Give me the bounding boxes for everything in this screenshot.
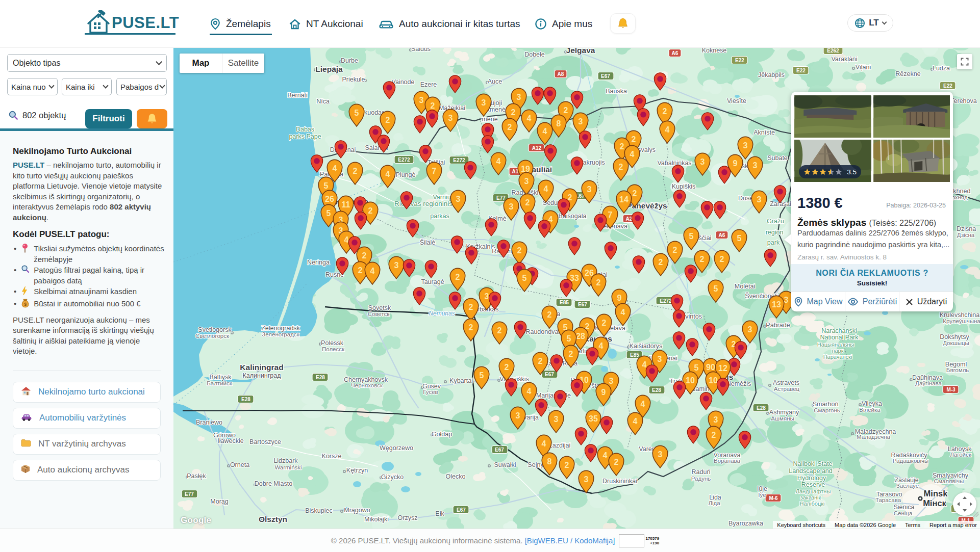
svg-text:2: 2 [538,357,543,365]
svg-text:Nīca: Nīca [316,98,330,105]
svg-text:E272: E272 [453,157,465,163]
svg-text:14: 14 [619,195,629,204]
svg-text:3: 3 [757,195,762,204]
svg-text:3: 3 [509,202,514,211]
svg-text:Радунь: Радунь [691,476,711,482]
svg-text:Kaišiadorys: Kaišiadorys [630,343,663,350]
svg-text:Лагойск: Лагойск [950,452,971,458]
svg-text:A6: A6 [719,232,725,238]
svg-text:Terehova: Terehova [950,97,976,104]
svg-text:Varakļāni: Varakļāni [831,56,857,63]
svg-text:E22: E22 [735,58,744,63]
svg-text:2: 2 [497,326,502,335]
svg-text:Bernāti: Bernāti [287,92,308,99]
svg-text:Giżycko: Giżycko [381,474,404,481]
svg-text:2: 2 [614,458,619,466]
svg-text:Molėtai: Molėtai [735,283,755,290]
svg-text:Смаргонь: Смаргонь [814,407,840,413]
svg-text:A12: A12 [532,145,542,151]
svg-text:Іўе: Іўе [758,492,766,498]
svg-text:Węgorzewo: Węgorzewo [380,444,413,452]
svg-text:E67: E67 [601,73,610,79]
svg-text:Durbe: Durbe [341,57,358,64]
svg-text:Plungė: Plungė [396,171,416,178]
svg-text:Krulevshchina: Krulevshchina [940,311,980,319]
svg-text:3: 3 [658,355,662,363]
svg-text:Korsze: Korsze [322,453,342,460]
svg-text:Ełk: Ełk [435,510,444,517]
svg-text:E28: E28 [241,397,250,402]
svg-text:Гусев: Гусев [423,389,438,395]
svg-text:3: 3 [658,450,663,459]
svg-text:3: 3 [485,292,489,301]
svg-text:3: 3 [554,415,559,424]
svg-text:5: 5 [522,274,527,282]
svg-text:Mrągowo: Mrągowo [344,507,370,514]
svg-text:4: 4 [599,341,604,350]
svg-text:3: 3 [448,114,453,122]
svg-text:Svetlogorsk: Svetlogorsk [198,326,232,333]
svg-text:Druskininkai: Druskininkai [602,478,637,485]
svg-text:2: 2 [386,116,390,124]
svg-text:2: 2 [712,431,716,439]
svg-text:8: 8 [557,119,561,128]
svg-text:A6: A6 [672,50,679,56]
svg-text:35: 35 [589,414,598,423]
svg-text:Светлогорск: Светлогорск [195,333,230,339]
svg-text:3: 3 [456,195,461,203]
svg-text:Маладзечна: Маладзечна [857,434,890,440]
svg-text:4: 4 [496,157,501,166]
svg-text:2: 2 [720,255,724,264]
svg-text:Morąg: Morąg [210,498,228,505]
svg-text:28: 28 [576,332,585,340]
svg-text:Kupiškis: Kupiškis [672,183,696,190]
svg-text:Minsk: Minsk [924,489,948,498]
svg-text:Orzysz: Orzysz [398,514,418,521]
svg-text:parks Pape: parks Pape [289,133,321,140]
svg-text:4: 4 [642,360,647,369]
svg-text:Докшыцы: Докшыцы [943,340,969,346]
svg-text:Dobre Miasto: Dobre Miasto [255,480,292,487]
svg-text:E67: E67 [457,507,466,513]
svg-text:Polessk: Polessk [321,339,344,347]
svg-text:90: 90 [706,363,715,372]
svg-text:Зеленоградск: Зеленоградск [262,331,299,337]
svg-text:E28: E28 [652,387,661,393]
svg-text:Jelgava: Jelgava [566,48,595,55]
svg-text:Ландшафтны: Ландшафтны [796,488,831,494]
svg-text:E262: E262 [827,48,839,54]
svg-text:Tauragė: Tauragė [421,278,444,285]
svg-text:4: 4 [333,164,337,173]
svg-text:E28: E28 [316,375,325,380]
svg-text:3: 3 [516,411,520,420]
svg-text:Baltiysk: Baltiysk [209,374,232,381]
svg-text:26: 26 [585,269,594,277]
svg-text:Iławeckie: Iławeckie [217,437,243,444]
svg-text:Ezere: Ezere [420,81,437,88]
svg-text:Воранава: Воранава [714,458,741,464]
svg-text:Vabalninkas: Vabalninkas [657,160,691,167]
svg-text:Мінск: Мінск [923,498,946,508]
svg-text:5: 5 [689,232,694,241]
svg-text:3: 3 [579,117,583,126]
svg-text:Радашковічы: Радашковічы [893,458,929,464]
svg-text:Vainode: Vainode [392,78,415,86]
svg-text:Dobele: Dobele [524,51,545,58]
svg-text:Бягомль: Бягомль [946,367,969,373]
svg-text:Крулеўшчына: Крулеўшчына [943,318,980,324]
svg-text:3: 3 [753,161,758,170]
svg-text:2: 2 [517,246,522,255]
svg-text:2: 2 [431,101,435,110]
svg-text:4: 4 [370,267,375,275]
svg-text:Полесск: Полесск [322,346,345,352]
svg-text:2: 2 [362,251,367,260]
svg-text:7: 7 [432,167,437,175]
svg-text:Sienica: Sienica [894,504,915,511]
svg-text:Bartoszyce: Bartoszyce [249,438,281,445]
svg-text:Viļāni: Viļāni [856,64,871,71]
svg-text:menė: menė [482,116,497,123]
svg-text:Калининград: Калининград [242,372,281,379]
svg-text:5: 5 [480,371,484,380]
svg-text:Советск: Советск [368,311,390,317]
svg-text:9: 9 [601,388,606,397]
